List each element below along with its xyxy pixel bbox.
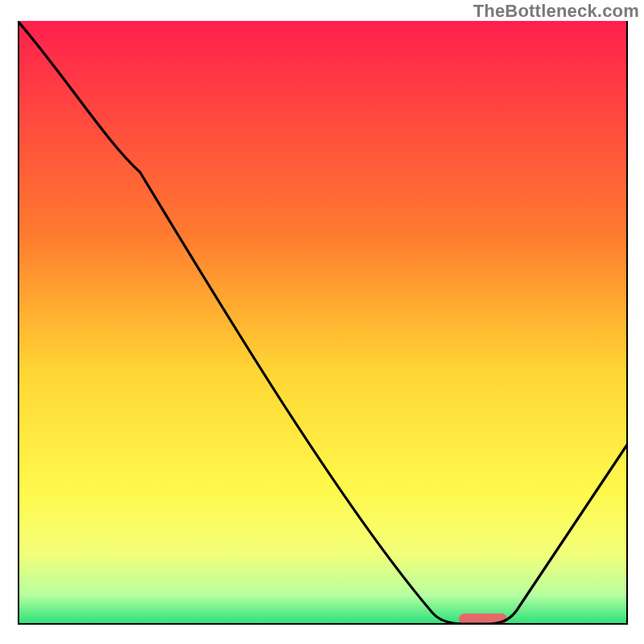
chart-svg xyxy=(18,21,628,625)
gradient-bg xyxy=(18,21,628,625)
chart-canvas: TheBottleneck.com xyxy=(0,0,644,644)
plot-area xyxy=(18,21,628,625)
watermark-label: TheBottleneck.com xyxy=(473,1,639,22)
